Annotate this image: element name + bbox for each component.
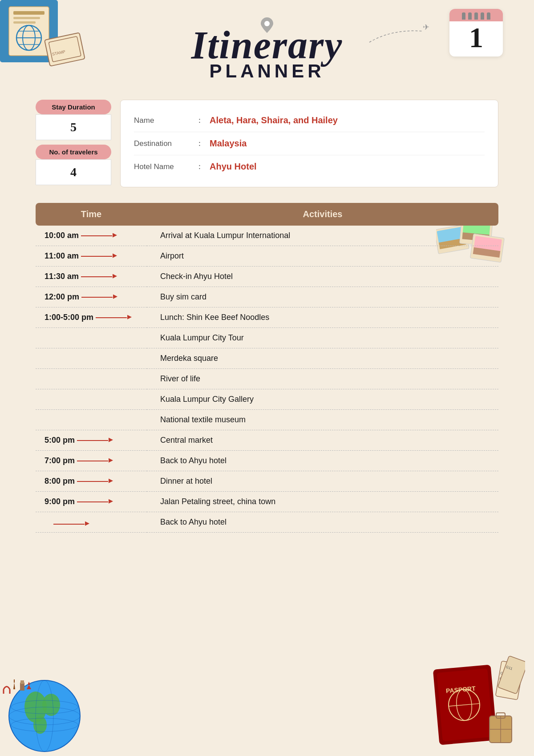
svg-marker-37: [27, 685, 31, 689]
schedule-section: Time Activities 10:00 amArrival at Kuala…: [36, 203, 498, 533]
svg-marker-38: [28, 682, 30, 685]
svg-rect-35: [20, 683, 24, 691]
time-value: 11:30 am: [44, 272, 79, 281]
svg-point-32: [36, 680, 53, 752]
activity-cell: Merdeka square: [147, 348, 498, 369]
destination-label: Destination: [134, 139, 196, 148]
svg-point-14: [264, 21, 270, 26]
table-row: Merdeka square: [36, 348, 498, 369]
time-value: 7:00 pm: [44, 456, 75, 465]
time-cell: 11:30 am: [36, 267, 147, 287]
time-cell: [36, 369, 147, 389]
svg-rect-41: [433, 665, 497, 745]
time-cell: [36, 328, 147, 348]
activity-cell: Buy sim card: [147, 287, 498, 307]
time-cell: [36, 389, 147, 410]
svg-point-28: [33, 716, 47, 734]
time-cell: 12:00 pm: [36, 287, 147, 307]
time-cell: 10:00 am: [36, 226, 147, 246]
info-section: Stay Duration 5 No. of travelers 4 Name …: [36, 100, 498, 190]
time-value: 10:00 am: [44, 231, 79, 240]
table-row: National textile museum: [36, 410, 498, 430]
time-arrow-indicator: [53, 524, 85, 525]
table-row: 10:00 amArrival at Kuala Lumpur Internat…: [36, 226, 498, 246]
time-cell: [36, 512, 147, 533]
time-value: 5:00 pm: [44, 436, 75, 445]
svg-rect-47: [495, 661, 523, 699]
time-arrow-indicator: [81, 256, 112, 257]
svg-rect-53: [496, 713, 505, 718]
destination-colon: :: [198, 139, 201, 148]
time-cell: 8:00 pm: [36, 471, 147, 492]
svg-rect-42: [437, 668, 494, 741]
activity-cell: Dinner at hotel: [147, 471, 498, 492]
hotel-value: Ahyu Hotel: [210, 162, 257, 172]
table-row: Kuala Lumpur City Tour: [36, 328, 498, 348]
time-cell: [36, 410, 147, 430]
destination-value: Malaysia: [210, 138, 247, 149]
table-row: 12:00 pmBuy sim card: [36, 287, 498, 307]
page-header: Itinerary PLANNER: [0, 0, 534, 82]
svg-rect-50: [498, 656, 525, 694]
time-cell: 1:00-5:00 pm: [36, 307, 147, 328]
title-planner: PLANNER: [0, 61, 534, 82]
location-pin-icon: [261, 17, 273, 35]
hotel-label: Hotel Name: [134, 162, 196, 171]
left-stats: Stay Duration 5 No. of travelers 4: [36, 100, 111, 190]
time-arrow-indicator: [77, 481, 108, 482]
time-value: 12:00 pm: [44, 292, 79, 302]
hotel-colon: :: [198, 162, 201, 171]
info-row-hotel: Hotel Name : Ahyu Hotel: [134, 155, 485, 178]
svg-text:BOARDING: BOARDING: [499, 677, 516, 683]
table-row: 11:30 amCheck-in Ahyu Hotel: [36, 267, 498, 287]
svg-text:G11: G11: [500, 671, 508, 676]
activity-cell: River of life: [147, 369, 498, 389]
table-header-activities: Activities: [147, 203, 498, 226]
svg-marker-33: [13, 683, 15, 689]
svg-point-27: [42, 694, 60, 716]
time-value: 11:00 am: [44, 251, 79, 261]
time-arrow-indicator: [81, 297, 113, 298]
time-arrow-indicator: [77, 440, 108, 441]
travelers-label: No. of travelers: [36, 145, 111, 159]
time-arrow-indicator: [96, 317, 127, 318]
table-header-time: Time: [36, 203, 147, 226]
table-row: 9:00 pmJalan Petaling street, china town: [36, 492, 498, 512]
activity-cell: Central market: [147, 430, 498, 451]
time-value: 9:00 pm: [44, 497, 75, 506]
time-arrow-indicator: [77, 461, 108, 461]
table-row: 1:00-5:00 pmLunch: Shin Kee Beef Noodles: [36, 307, 498, 328]
svg-point-43: [447, 688, 481, 722]
info-card: Name : Aleta, Hara, Shaira, and Hailey D…: [120, 100, 498, 187]
time-cell: 5:00 pm: [36, 430, 147, 451]
table-row: 5:00 pmCentral market: [36, 430, 498, 451]
name-colon: :: [198, 116, 201, 125]
activity-cell: National textile museum: [147, 410, 498, 430]
svg-rect-52: [490, 716, 512, 743]
activity-cell: Jalan Petaling street, china town: [147, 492, 498, 512]
svg-point-31: [11, 718, 78, 732]
svg-rect-36: [20, 680, 24, 684]
time-arrow-indicator: [77, 501, 108, 502]
svg-point-26: [24, 691, 47, 723]
passport-deco: PASPORT G11 BOARDING G11: [427, 649, 525, 747]
travelers-value: 4: [36, 159, 111, 185]
svg-point-29: [9, 707, 80, 725]
info-row-name: Name : Aleta, Hara, Shaira, and Hailey: [134, 109, 485, 132]
activity-cell: Back to Ahyu hotel: [147, 451, 498, 471]
name-label: Name: [134, 116, 196, 125]
table-row: 7:00 pmBack to Ahyu hotel: [36, 451, 498, 471]
name-value: Aleta, Hara, Shaira, and Hailey: [210, 115, 338, 125]
svg-text:G11: G11: [506, 665, 514, 671]
info-row-destination: Destination : Malaysia: [134, 132, 485, 155]
globe-deco: [0, 631, 102, 756]
time-value: 1:00-5:00 pm: [44, 313, 93, 322]
svg-point-30: [11, 700, 78, 714]
activity-cell: Arrival at Kuala Lumpur International: [147, 226, 498, 246]
activity-cell: Back to Ahyu hotel: [147, 512, 498, 533]
activity-cell: Airport: [147, 246, 498, 267]
time-arrow-indicator: [81, 276, 112, 277]
activity-cell: Lunch: Shin Kee Beef Noodles: [147, 307, 498, 328]
table-row: 11:00 amAirport: [36, 246, 498, 267]
svg-point-25: [9, 680, 80, 752]
